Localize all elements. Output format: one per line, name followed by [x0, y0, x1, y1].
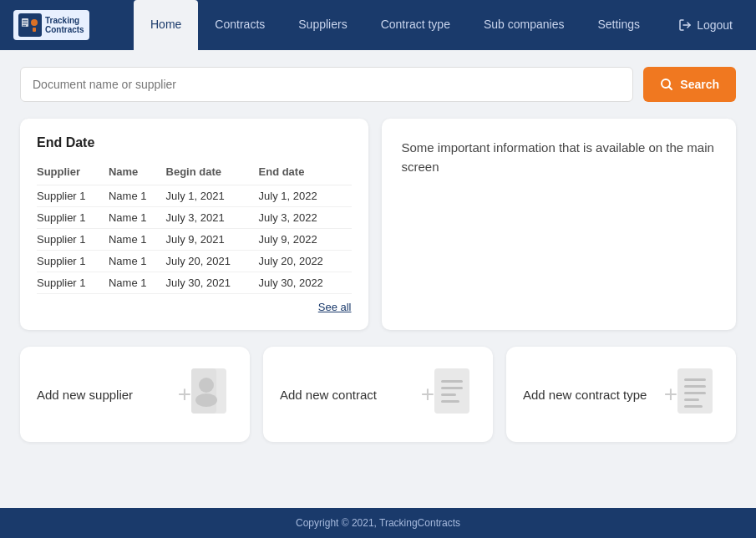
svg-rect-6	[33, 28, 36, 32]
table-cell: July 3, 2021	[166, 207, 259, 229]
logo-box: Tracking Contracts	[13, 10, 89, 40]
table-cell: Supplier 1	[37, 251, 109, 272]
table-cell: July 9, 2021	[166, 229, 259, 251]
table-cell: Supplier 1	[37, 207, 109, 229]
svg-rect-4	[23, 25, 26, 27]
svg-rect-14	[434, 368, 469, 414]
svg-rect-15	[441, 380, 463, 383]
col-name: Name	[109, 162, 166, 185]
header: Tracking Contracts Home Contracts Suppli…	[0, 0, 756, 50]
add-supplier-label: Add new supplier	[37, 388, 133, 402]
table-row: Supplier 1Name 1July 1, 2021July 1, 2022	[37, 185, 352, 207]
table-cell: July 1, 2021	[166, 185, 259, 207]
search-row: Search	[20, 67, 736, 102]
main-content: Search End Date Supplier Name Begin date…	[0, 50, 756, 459]
table-cell: July 3, 2022	[259, 207, 352, 229]
tab-contract-type[interactable]: Contract type	[364, 0, 467, 50]
contract-type-document-icon	[674, 367, 719, 422]
search-input[interactable]	[20, 67, 633, 102]
add-contract-type-icon-area: +	[664, 367, 719, 422]
logo-icon	[18, 13, 42, 37]
add-contract-type-label: Add new contract type	[523, 388, 647, 402]
logo-text: Tracking Contracts	[45, 16, 84, 34]
svg-rect-20	[684, 378, 706, 381]
table-row: Supplier 1Name 1July 3, 2021July 3, 2022	[37, 207, 352, 229]
table-cell: Supplier 1	[37, 272, 109, 294]
search-icon	[660, 78, 673, 91]
add-supplier-icon-area: +	[178, 367, 233, 422]
table-cell: July 30, 2022	[259, 272, 352, 294]
table-row: Supplier 1Name 1July 30, 2021July 30, 20…	[37, 272, 352, 294]
logo-area: Tracking Contracts	[13, 10, 114, 40]
col-begin-date: Begin date	[166, 162, 259, 185]
see-all-link[interactable]: See all	[37, 301, 352, 313]
svg-rect-23	[684, 398, 699, 401]
table-cell: July 1, 2022	[259, 185, 352, 207]
add-supplier-card[interactable]: Add new supplier +	[20, 347, 250, 442]
table-cell: July 30, 2021	[166, 272, 259, 294]
info-text: Some important information that is avail…	[402, 140, 714, 174]
table-cell: Name 1	[109, 185, 166, 207]
logout-icon	[678, 18, 692, 32]
svg-line-9	[669, 87, 672, 90]
tab-sub-companies[interactable]: Sub companies	[467, 0, 581, 50]
nav-tabs: Home Contracts Suppliers Contract type S…	[134, 0, 668, 50]
add-contract-icon-area: +	[421, 367, 476, 422]
svg-rect-21	[684, 385, 706, 388]
add-contract-type-card[interactable]: Add new contract type +	[506, 347, 736, 442]
svg-point-13	[195, 393, 217, 407]
footer-text: Copyright © 2021, TrackingContracts	[296, 517, 460, 529]
tab-suppliers[interactable]: Suppliers	[282, 0, 363, 50]
end-date-card: End Date Supplier Name Begin date End da…	[20, 119, 368, 330]
table-cell: Supplier 1	[37, 229, 109, 251]
table-cell: Name 1	[109, 207, 166, 229]
person-document-icon	[188, 367, 233, 422]
end-date-title: End Date	[37, 135, 352, 150]
info-card: Some important information that is avail…	[382, 119, 737, 330]
cards-row: End Date Supplier Name Begin date End da…	[20, 119, 736, 330]
footer: Copyright © 2021, TrackingContracts	[0, 508, 756, 538]
svg-rect-17	[441, 393, 456, 396]
logout-button[interactable]: Logout	[668, 13, 743, 37]
svg-point-5	[31, 19, 38, 26]
col-end-date: End date	[259, 162, 352, 185]
svg-rect-3	[23, 23, 28, 24]
table-row: Supplier 1Name 1July 20, 2021July 20, 20…	[37, 251, 352, 272]
table-cell: Supplier 1	[37, 185, 109, 207]
logout-label: Logout	[697, 18, 733, 32]
tab-home[interactable]: Home	[134, 0, 198, 50]
table-cell: July 20, 2022	[259, 251, 352, 272]
svg-rect-16	[441, 387, 463, 389]
svg-point-12	[199, 378, 214, 393]
action-cards-row: Add new supplier + Add new contract +	[20, 347, 736, 442]
table-cell: Name 1	[109, 251, 166, 272]
add-contract-card[interactable]: Add new contract +	[263, 347, 493, 442]
search-button[interactable]: Search	[643, 67, 736, 102]
table-cell: July 9, 2022	[259, 229, 352, 251]
contract-document-icon	[431, 367, 476, 422]
svg-rect-2	[23, 20, 28, 22]
svg-rect-22	[684, 392, 706, 394]
svg-rect-24	[684, 405, 703, 408]
svg-rect-18	[441, 400, 459, 403]
tab-settings[interactable]: Settings	[581, 0, 657, 50]
table-cell: July 20, 2021	[166, 251, 259, 272]
table-cell: Name 1	[109, 229, 166, 251]
table-cell: Name 1	[109, 272, 166, 294]
table-row: Supplier 1Name 1July 9, 2021July 9, 2022	[37, 229, 352, 251]
add-contract-label: Add new contract	[280, 388, 377, 402]
col-supplier: Supplier	[37, 162, 109, 185]
search-button-label: Search	[680, 78, 719, 91]
end-date-table: Supplier Name Begin date End date Suppli…	[37, 162, 352, 294]
tab-contracts[interactable]: Contracts	[198, 0, 282, 50]
